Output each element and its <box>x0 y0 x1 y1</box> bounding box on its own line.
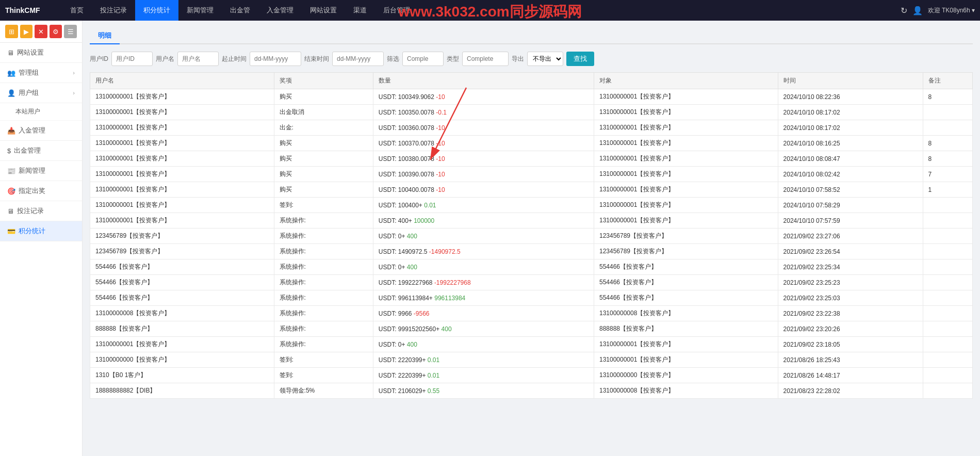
nav-settings[interactable]: 网站设置 <box>302 0 345 21</box>
cell-remark <box>923 321 972 337</box>
cell-username: 13100000001【投资客户】 <box>90 105 274 120</box>
comple-input[interactable] <box>402 52 444 66</box>
sidebar-item-admin-group[interactable]: 👥 管理组 › <box>0 63 82 83</box>
table-row: 888888【投资客户】 系统操作: USDT: 99915202560+ 40… <box>90 321 973 337</box>
complete-input[interactable] <box>462 52 509 66</box>
user-id-input[interactable] <box>111 52 153 66</box>
col-username: 用户名 <box>90 73 274 89</box>
cell-target: 13100000001【投资客户】 <box>594 167 778 182</box>
sidebar-label-designated-award: 指定出奖 <box>19 186 45 196</box>
cell-time: 2021/08/26 14:48:17 <box>778 368 923 383</box>
cell-target: 13100000001【投资客户】 <box>594 151 778 167</box>
cell-target: 123456789【投资客户】 <box>594 244 778 259</box>
cell-amount: USDT: 1992227968 -1992227968 <box>373 275 594 290</box>
cell-award: 系统操作: <box>274 213 373 229</box>
cell-remark <box>923 244 972 259</box>
sidebar-label-points: 积分统计 <box>19 226 45 236</box>
cell-target: 554466【投资客户】 <box>594 259 778 275</box>
points-icon: 💳 <box>7 227 15 235</box>
cell-amount: USDT: 100400.0078 -10 <box>373 182 594 198</box>
cell-remark: 8 <box>923 136 972 151</box>
cell-remark <box>923 368 972 383</box>
sidebar-item-points[interactable]: 💳 积分统计 <box>0 221 82 241</box>
nav-bets[interactable]: 投注记录 <box>92 0 135 21</box>
sidebar-item-user-group[interactable]: 👤 用户组 › <box>0 83 82 103</box>
export-label: 导出 <box>512 55 524 63</box>
cell-username: 13100000001【投资客户】 <box>90 213 274 229</box>
cell-remark: 8 <box>923 89 972 105</box>
sidebar-item-withdraw[interactable]: $ 出金管理 <box>0 141 82 161</box>
cell-award: 系统操作: <box>274 337 373 352</box>
designated-award-icon: 🎯 <box>7 187 15 195</box>
cell-remark <box>923 229 972 244</box>
nav-right-area: ↻ 👤 欢迎 TK08yn6h ▾ <box>901 6 975 15</box>
cell-remark <box>923 105 972 120</box>
cell-amount: USDT: 1490972.5 -1490972.5 <box>373 244 594 259</box>
cell-award: 系统操作: <box>274 321 373 337</box>
table-row: 13100000001【投资客户】 系统操作: USDT: 400+ 10000… <box>90 213 973 229</box>
cell-amount: USDT: 100400+ 0.01 <box>373 198 594 213</box>
cell-username: 554466【投资客户】 <box>90 259 274 275</box>
icon-orange-play[interactable]: ▶ <box>20 25 33 38</box>
start-time-input[interactable] <box>250 52 301 66</box>
cell-username: 123456789【投资客户】 <box>90 244 274 259</box>
nav-deposit[interactable]: 入金管理 <box>258 0 302 21</box>
cell-target: 13100000001【投资客户】 <box>594 89 778 105</box>
refresh-icon[interactable]: ↻ <box>901 6 907 15</box>
sidebar-item-designated-award[interactable]: 🎯 指定出奖 <box>0 181 82 201</box>
cell-target: 13100000001【投资客户】 <box>594 198 778 213</box>
nav-channel[interactable]: 渠道 <box>345 0 375 21</box>
sidebar-item-website-settings[interactable]: 🖥 网站设置 <box>0 43 82 63</box>
brand-logo[interactable]: ThinkCMF <box>5 6 52 14</box>
withdraw-icon: $ <box>7 147 11 155</box>
cell-time: 2024/10/10 07:58:29 <box>778 198 923 213</box>
main-content: 明细 用户ID 用户名 起止时间 结束时间 筛选 类型 导出 不导出 查找 <box>83 21 980 456</box>
icon-gray-menu[interactable]: ☰ <box>64 25 77 38</box>
cell-remark <box>923 275 972 290</box>
tab-bar: 明细 <box>90 28 973 44</box>
cell-target: 13100000001【投资客户】 <box>594 136 778 151</box>
user-group-arrow: › <box>73 90 75 96</box>
export-select[interactable]: 不导出 <box>527 52 563 66</box>
end-time-input[interactable] <box>332 52 384 66</box>
icon-red-close[interactable]: ✕ <box>35 25 47 38</box>
table-row: 1310【B0 1客户】 签到: USDT: 2220399+ 0.01 131… <box>90 368 973 383</box>
sidebar-item-deposit[interactable]: 📥 入金管理 <box>0 121 82 141</box>
user-name-input[interactable] <box>177 52 219 66</box>
top-nav: ThinkCMF 首页 投注记录 积分统计 新闻管理 出金管 入金管理 网站设置… <box>0 0 980 21</box>
nav-points[interactable]: 积分统计 <box>135 0 178 21</box>
sidebar-label-bet-records: 投注记录 <box>17 206 44 216</box>
sidebar-label-withdraw: 出金管理 <box>14 146 41 155</box>
admin-group-arrow: › <box>73 70 75 76</box>
cell-username: 13100000001【投资客户】 <box>90 136 274 151</box>
welcome-text[interactable]: 欢迎 TK08yn6h ▾ <box>928 6 975 15</box>
search-button[interactable]: 查找 <box>566 52 594 66</box>
nav-withdraw[interactable]: 出金管 <box>222 0 258 21</box>
sidebar-sub-item-local-users[interactable]: 本站用户 <box>0 103 82 121</box>
cell-amount: USDT: 100360.0078 -10 <box>373 120 594 136</box>
nav-admin[interactable]: 后台管理 <box>375 0 418 21</box>
sidebar-item-news[interactable]: 📰 新闻管理 <box>0 161 82 181</box>
cell-target: 13100000001【投资客户】 <box>594 120 778 136</box>
cell-target: 554466【投资客户】 <box>594 290 778 306</box>
tab-detail[interactable]: 明细 <box>90 28 120 44</box>
table-row: 13100000001【投资客户】 购买 USDT: 100400.0078 -… <box>90 182 973 198</box>
nav-home[interactable]: 首页 <box>62 0 92 21</box>
table-row: 123456789【投资客户】 系统操作: USDT: 1490972.5 -1… <box>90 244 973 259</box>
cell-award: 系统操作: <box>274 290 373 306</box>
nav-news[interactable]: 新闻管理 <box>178 0 222 21</box>
sidebar-item-bet-records[interactable]: 🖥 投注记录 <box>0 201 82 221</box>
cell-award: 领导佣金:5% <box>274 383 373 399</box>
sidebar-top-icons: ⊞ ▶ ✕ ⚙ ☰ <box>0 21 82 43</box>
icon-red-gear[interactable]: ⚙ <box>50 25 62 38</box>
col-award: 奖项 <box>274 73 373 89</box>
table-row: 554466【投资客户】 系统操作: USDT: 996113984+ 9961… <box>90 290 973 306</box>
cell-amount: USDT: 2220399+ 0.01 <box>373 352 594 368</box>
user-icon[interactable]: 👤 <box>912 6 923 15</box>
cell-time: 2021/09/02 23:18:05 <box>778 337 923 352</box>
cell-amount: USDT: 9966 -9566 <box>373 306 594 321</box>
cell-target: 13100000001【投资客户】 <box>594 337 778 352</box>
cell-username: 13100000001【投资客户】 <box>90 151 274 167</box>
icon-orange-grid[interactable]: ⊞ <box>5 25 18 38</box>
cell-award: 购买 <box>274 151 373 167</box>
